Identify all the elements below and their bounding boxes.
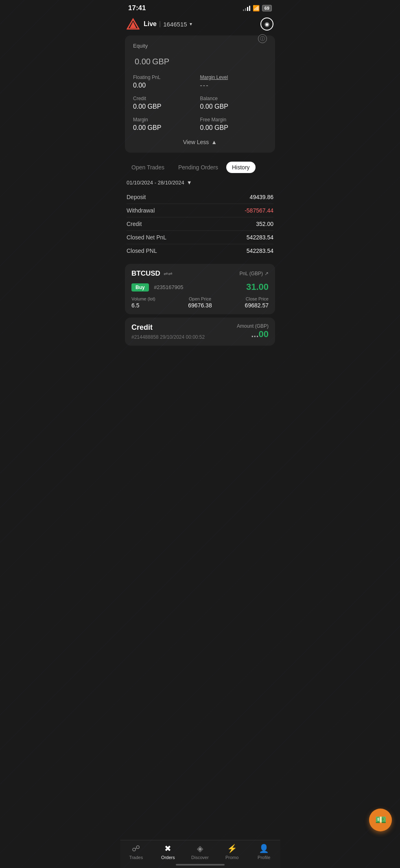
closed-pnl-label: Closed PNL	[127, 248, 157, 254]
tab-open-trades[interactable]: Open Trades	[126, 162, 170, 173]
credit-history-value: 352.00	[256, 221, 273, 227]
signal-icon	[243, 5, 250, 11]
volume-label: Volume (lot)	[131, 296, 177, 301]
trade-card-btcusd: BTCUSD ⇌⇌ PnL (GBP) ↗ Buy #235167905 31.…	[125, 264, 275, 314]
status-bar: 17:41 📶 69	[120, 0, 280, 14]
balance-stat: Balance 0.00 GBP	[200, 96, 267, 110]
stats-grid: Floating PnL 0.00 Margin Level --- Credi…	[133, 75, 267, 132]
volume-detail: Volume (lot) 6.5	[131, 296, 177, 309]
trade-details: Volume (lot) 6.5 Open Price 69676.38 Clo…	[131, 296, 269, 309]
deposit-value: 49439.86	[250, 194, 273, 200]
history-row-credit: Credit 352.00	[127, 217, 273, 231]
open-price-detail: Open Price 69676.38	[177, 296, 223, 309]
date-range-value: 01/10/2024 - 28/10/2024	[127, 180, 184, 186]
free-margin-value: 0.00 GBP	[200, 124, 267, 132]
margin-level-label: Margin Level	[200, 75, 267, 80]
account-card: Equity ⓘ 0.00GBP Floating PnL 0.00 Margi…	[125, 35, 275, 153]
closed-pnl-value: 542283.54	[247, 248, 273, 254]
trade-direction-container: Buy #235167905	[131, 283, 183, 291]
scan-icon[interactable]: ◉	[260, 18, 273, 31]
credit-datetime: 29/10/2024 00:00:52	[160, 334, 205, 340]
floating-pnl-stat: Floating PnL 0.00	[133, 75, 200, 89]
tab-history[interactable]: History	[226, 162, 256, 173]
open-price-value: 69676.38	[177, 302, 223, 309]
floating-pnl-label: Floating PnL	[133, 75, 200, 80]
info-icon[interactable]: ⓘ	[258, 34, 267, 43]
wifi-icon: 📶	[253, 5, 260, 11]
margin-stat: Margin 0.00 GBP	[133, 117, 200, 132]
battery-indicator: 69	[262, 5, 272, 11]
equity-label: Equity	[133, 43, 267, 49]
withdrawal-label: Withdrawal	[127, 207, 155, 214]
history-row-closed-pnl: Closed PNL 542283.54	[127, 244, 273, 257]
tab-bar: Open Trades Pending Orders History	[120, 158, 280, 176]
share-icon[interactable]: ↗	[264, 271, 269, 276]
closed-net-pnl-value: 542283.54	[247, 234, 273, 241]
tab-pending-orders[interactable]: Pending Orders	[173, 162, 224, 173]
credit-card-left: Credit #214488858 29/10/2024 00:00:52	[131, 323, 205, 340]
credit-card-right: Amount (GBP) ...00	[237, 323, 269, 340]
trade-row2: Buy #235167905 31.00	[131, 282, 269, 292]
amount-value: ...00	[237, 329, 269, 340]
header-left: Live | 1646515 ▾	[127, 18, 192, 31]
close-price-value: 69682.57	[223, 302, 269, 309]
credit-stat: Credit 0.00 GBP	[133, 96, 200, 110]
withdrawal-value: -587567.44	[245, 207, 273, 214]
account-number: 1646515	[163, 21, 187, 28]
view-less-button[interactable]: View Less ▲	[133, 139, 267, 145]
status-icons: 📶 69	[243, 5, 272, 11]
status-time: 17:41	[128, 4, 146, 12]
trade-symbol-container: BTCUSD ⇌⇌	[131, 270, 173, 278]
chevron-down-icon: ▼	[187, 180, 192, 186]
free-margin-label: Free Margin	[200, 117, 267, 123]
free-margin-stat: Free Margin 0.00 GBP	[200, 117, 267, 132]
equity-value: 0.00GBP	[133, 50, 267, 68]
logo-icon	[127, 18, 140, 31]
margin-level-stat: Margin Level ---	[200, 75, 267, 89]
pnl-value: 31.00	[246, 282, 269, 292]
credit-order-num: #214488858	[131, 334, 159, 340]
close-price-label: Close Price	[223, 296, 269, 301]
credit-value: 0.00 GBP	[133, 103, 200, 110]
open-price-label: Open Price	[177, 296, 223, 301]
trade-card-header: BTCUSD ⇌⇌ PnL (GBP) ↗	[131, 270, 269, 278]
account-info[interactable]: Live | 1646515 ▾	[144, 20, 192, 28]
pnl-label-container: PnL (GBP) ↗	[239, 271, 269, 276]
credit-card-title: Credit	[131, 323, 205, 332]
symbol-settings-icon: ⇌⇌	[164, 271, 173, 277]
credit-card: Credit #214488858 29/10/2024 00:00:52 Am…	[125, 318, 275, 346]
credit-history-label: Credit	[127, 221, 142, 227]
header-right[interactable]: ◉	[260, 18, 273, 31]
header: Live | 1646515 ▾ ◉	[120, 14, 280, 35]
account-type-label: Live	[144, 20, 157, 28]
history-row-withdrawal: Withdrawal -587567.44	[127, 204, 273, 217]
balance-label: Balance	[200, 96, 267, 101]
margin-value: 0.00 GBP	[133, 124, 200, 132]
deposit-label: Deposit	[127, 194, 146, 200]
history-row-closed-net-pnl: Closed Net PnL 542283.54	[127, 231, 273, 244]
margin-level-value: ---	[200, 82, 267, 89]
credit-card-header: Credit #214488858 29/10/2024 00:00:52 Am…	[131, 323, 269, 340]
amount-label: Amount (GBP)	[237, 323, 269, 329]
date-range[interactable]: 01/10/2024 - 28/10/2024 ▼	[120, 176, 280, 189]
order-number: #235167905	[154, 284, 183, 290]
closed-net-pnl-label: Closed Net PnL	[127, 234, 166, 241]
margin-label: Margin	[133, 117, 200, 123]
balance-value: 0.00 GBP	[200, 103, 267, 110]
credit-label: Credit	[133, 96, 200, 101]
close-price-detail: Close Price 69682.57	[223, 296, 269, 309]
history-section: Deposit 49439.86 Withdrawal -587567.44 C…	[120, 189, 280, 264]
volume-value: 6.5	[131, 302, 177, 309]
credit-card-meta: #214488858 29/10/2024 00:00:52	[131, 334, 205, 340]
chevron-down-icon: ▾	[190, 21, 192, 27]
history-row-deposit: Deposit 49439.86	[127, 191, 273, 204]
chevron-up-icon: ▲	[211, 139, 217, 145]
buy-badge: Buy	[131, 283, 149, 292]
trade-symbol: BTCUSD	[131, 270, 160, 277]
floating-pnl-value: 0.00	[133, 82, 200, 89]
